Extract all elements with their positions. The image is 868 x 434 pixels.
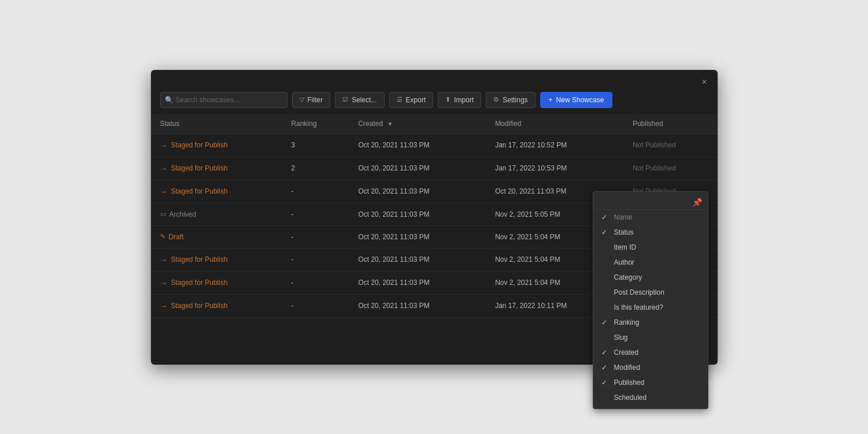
col-status: Status [151, 114, 282, 134]
picker-item[interactable]: ✓ Modified [593, 360, 708, 375]
picker-item-label: Scheduled [614, 394, 647, 402]
picker-item-label: Modified [614, 363, 640, 372]
picker-item-label: Slug [614, 333, 628, 342]
cell-ranking: 2 [282, 157, 349, 180]
cell-published: Not Published [623, 133, 718, 157]
cell-status: → Staged for Publish [151, 157, 282, 180]
check-icon: ✓ [601, 318, 610, 327]
status-text: Staged for Publish [171, 302, 228, 310]
staged-arrow-icon: → [160, 187, 168, 196]
check-icon: ✓ [601, 348, 610, 357]
cell-created: Oct 20, 2021 11:03 PM [349, 133, 486, 157]
picker-item[interactable]: ✓ Published [593, 375, 708, 390]
export-button[interactable]: ☰ Export [389, 92, 434, 108]
status-text: Archived [169, 210, 197, 218]
settings-button[interactable]: ⚙ Settings [486, 92, 535, 108]
column-picker-header: 📌 [593, 195, 708, 210]
picker-item[interactable]: Slug [593, 330, 708, 345]
settings-icon: ⚙ [493, 96, 499, 103]
filter-button[interactable]: ▽ Filter [292, 92, 331, 108]
picker-item[interactable]: ✓ Status [593, 225, 708, 240]
col-created[interactable]: Created ▼ [349, 114, 486, 134]
select-button[interactable]: ☑ Select... [335, 92, 384, 108]
import-icon: ⬆ [445, 96, 450, 103]
col-ranking: Ranking [282, 114, 349, 134]
picker-item[interactable]: ✓ Ranking [593, 315, 708, 330]
status-text: Staged for Publish [171, 279, 228, 287]
staged-arrow-icon: → [160, 302, 168, 310]
pin-icon[interactable]: 📌 [692, 198, 702, 207]
picker-item-label: Category [614, 273, 642, 281]
cell-created: Oct 20, 2021 11:03 PM [349, 203, 486, 225]
picker-item-label: Status [614, 228, 634, 236]
picker-item-label: Published [614, 379, 645, 387]
picker-item[interactable]: ✓ Created [593, 345, 708, 360]
cell-ranking: - [282, 271, 349, 294]
staged-arrow-icon: → [160, 164, 168, 173]
picker-item-label: Name [614, 213, 633, 221]
cell-created: Oct 20, 2021 11:03 PM [349, 225, 486, 248]
picker-item[interactable]: Item ID [593, 240, 708, 255]
table-row[interactable]: → Staged for Publish 2 Oct 20, 2021 11:0… [151, 157, 718, 180]
cell-ranking: - [282, 203, 349, 225]
cell-modified: Jan 17, 2022 10:52 PM [486, 133, 623, 157]
table-row[interactable]: → Staged for Publish 3 Oct 20, 2021 11:0… [151, 133, 718, 157]
picker-item-label: Author [614, 258, 634, 266]
cell-published: Not Published [623, 157, 718, 180]
staged-arrow-icon: → [160, 141, 168, 150]
toolbar: 🔍 ▽ Filter ☑ Select... ☰ Export ⬆ Import… [151, 92, 718, 114]
plus-icon: + [549, 96, 553, 104]
modal: × 🔍 ▽ Filter ☑ Select... ☰ Export ⬆ Impo… [151, 70, 718, 365]
check-icon: ✓ [601, 213, 610, 221]
cell-status: ▭ Archived [151, 203, 282, 225]
filter-icon: ▽ [300, 96, 304, 103]
picker-item[interactable]: Scheduled [593, 390, 708, 405]
cell-ranking: - [282, 180, 349, 203]
modal-header: × [151, 70, 718, 92]
import-button[interactable]: ⬆ Import [438, 92, 481, 108]
cell-status: → Staged for Publish [151, 271, 282, 294]
select-icon: ☑ [342, 96, 348, 103]
cell-ranking: - [282, 294, 349, 317]
picker-item-label: Ranking [614, 318, 640, 327]
picker-item-label: Created [614, 348, 639, 357]
picker-item[interactable]: Post Description [593, 285, 708, 300]
cell-modified: Jan 17, 2022 10:53 PM [486, 157, 623, 180]
cell-ranking: - [282, 225, 349, 248]
picker-item[interactable]: Is this featured? [593, 300, 708, 315]
cell-ranking: - [282, 248, 349, 271]
staged-arrow-icon: → [160, 255, 168, 264]
sort-arrow-icon: ▼ [387, 121, 393, 127]
cell-created: Oct 20, 2021 11:03 PM [349, 157, 486, 180]
column-picker-dropdown: 📌 ✓ Name ✓ Status Item ID Author Categor… [593, 191, 708, 409]
col-published: Published [623, 114, 718, 134]
status-text: Staged for Publish [171, 164, 228, 172]
cell-ranking: 3 [282, 133, 349, 157]
col-modified: Modified [486, 114, 623, 134]
cell-status: → Staged for Publish [151, 294, 282, 317]
table-header-row: Status Ranking Created ▼ Modified Publis… [151, 114, 718, 134]
export-icon: ☰ [397, 96, 402, 103]
status-text: Staged for Publish [171, 141, 228, 149]
cell-created: Oct 20, 2021 11:03 PM [349, 248, 486, 271]
search-icon: 🔍 [165, 96, 173, 104]
search-input[interactable] [160, 92, 287, 108]
status-text: Staged for Publish [171, 187, 228, 195]
cell-created: Oct 20, 2021 11:03 PM [349, 294, 486, 317]
cell-status: ✎ Draft [151, 225, 282, 248]
picker-item-label: Item ID [614, 243, 637, 251]
picker-item[interactable]: Author [593, 255, 708, 270]
check-icon: ✓ [601, 228, 610, 236]
status-text: Staged for Publish [171, 255, 228, 264]
cell-created: Oct 20, 2021 11:03 PM [349, 180, 486, 203]
picker-item-label: Post Description [614, 288, 664, 296]
staged-arrow-icon: → [160, 279, 168, 287]
close-button[interactable]: × [698, 76, 710, 88]
cell-status: → Staged for Publish [151, 133, 282, 157]
picker-item[interactable]: Category [593, 270, 708, 285]
picker-item-label: Is this featured? [614, 303, 663, 311]
new-showcase-button[interactable]: + New Showcase [540, 92, 613, 108]
check-icon: ✓ [601, 379, 610, 387]
picker-item[interactable]: ✓ Name [593, 210, 708, 225]
cell-status: → Staged for Publish [151, 180, 282, 203]
